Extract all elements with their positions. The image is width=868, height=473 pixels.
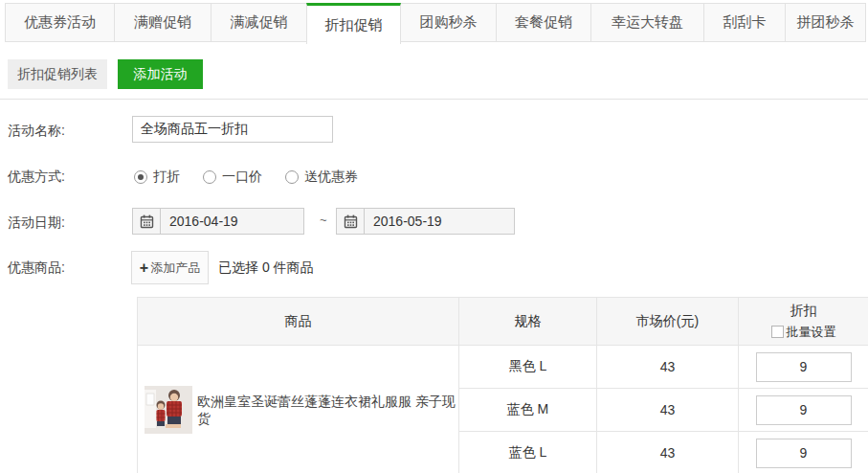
tab-scratch-card[interactable]: 刮刮卡 — [703, 3, 786, 42]
spec-cell: 蓝色 M — [459, 389, 597, 432]
price-cell: 43 — [597, 389, 739, 432]
add-product-button[interactable]: + 添加产品 — [131, 251, 209, 284]
tab-group-seckill[interactable]: 团购秒杀 — [400, 3, 497, 42]
table-header-row: 商品 规格 市场价(元) 折扣 批量设置 — [138, 298, 868, 346]
start-date-field[interactable]: 2016-04-19 — [132, 208, 304, 235]
col-header-discount: 折扣 批量设置 — [739, 298, 868, 346]
date-range-separator: ~ — [320, 213, 327, 227]
radio-unselected-icon — [203, 170, 216, 184]
end-date-field[interactable]: 2016-05-19 — [336, 208, 515, 235]
col-header-price: 市场价(元) — [597, 298, 739, 346]
radio-dazhe[interactable]: 打折 — [134, 169, 180, 186]
calendar-icon — [133, 209, 161, 234]
radio-label: 打折 — [153, 169, 180, 186]
discount-cell — [739, 389, 868, 432]
promo-products-label: 优惠商品: — [8, 259, 65, 277]
table-row: 欧洲皇室圣诞蕾丝蓬蓬连衣裙礼服服 亲子现货 黑色 L 43 — [138, 346, 868, 389]
activity-name-input[interactable] — [132, 116, 333, 143]
discount-list-button[interactable]: 折扣促销列表 — [8, 59, 107, 89]
radio-songyouhuiquan[interactable]: 送优惠券 — [285, 169, 358, 186]
discount-cell — [739, 346, 868, 389]
tab-coupon-activity[interactable]: 优惠券活动 — [5, 3, 115, 42]
section-divider — [0, 99, 868, 100]
batch-checkbox-icon[interactable] — [771, 326, 784, 338]
add-activity-button[interactable]: 添加活动 — [118, 59, 203, 89]
product-cell: 欧洲皇室圣诞蕾丝蓬蓬连衣裙礼服服 亲子现货 — [138, 346, 459, 473]
promotion-admin-page: 优惠券活动 满赠促销 满减促销 折扣促销 团购秒杀 套餐促销 幸运大转盘 刮刮卡… — [0, 0, 868, 473]
radio-unselected-icon — [285, 170, 299, 184]
end-date-value: 2016-05-19 — [365, 214, 442, 229]
col-header-product: 商品 — [138, 298, 459, 346]
product-image — [145, 386, 192, 434]
tab-lucky-wheel[interactable]: 幸运大转盘 — [590, 3, 704, 42]
price-cell: 43 — [597, 432, 739, 473]
radio-label: 一口价 — [222, 169, 262, 186]
tab-discount-promo[interactable]: 折扣促销 — [306, 3, 401, 44]
add-product-label: 添加产品 — [150, 259, 200, 277]
tab-pintuan-seckill[interactable]: 拼团秒杀 — [785, 3, 866, 42]
discount-cell — [739, 432, 868, 473]
product-name: 欧洲皇室圣诞蕾丝蓬蓬连衣裙礼服服 亲子现货 — [192, 393, 458, 427]
tab-reduction-promo[interactable]: 满减促销 — [211, 3, 307, 42]
promotion-tabbar: 优惠券活动 满赠促销 满减促销 折扣促销 团购秒杀 套餐促销 幸运大转盘 刮刮卡… — [5, 3, 866, 44]
col-header-spec: 规格 — [459, 298, 597, 346]
discount-header-label: 折扣 — [790, 303, 817, 320]
radio-yikoujia[interactable]: 一口价 — [203, 169, 262, 186]
discount-method-label: 优惠方式: — [8, 169, 65, 186]
spec-cell: 黑色 L — [459, 346, 597, 389]
calendar-icon — [337, 209, 365, 234]
discount-method-radio-group: 打折 一口价 送优惠券 — [134, 169, 381, 186]
price-cell: 43 — [597, 346, 739, 389]
plus-icon: + — [140, 259, 148, 277]
batch-set-toggle[interactable]: 批量设置 — [771, 324, 836, 341]
activity-date-label: 活动日期: — [8, 214, 65, 232]
batch-set-label: 批量设置 — [787, 324, 836, 341]
selected-count-text: 已选择 0 件商品 — [218, 259, 314, 277]
tab-package-promo[interactable]: 套餐促销 — [496, 3, 591, 42]
tab-gift-promo[interactable]: 满赠促销 — [114, 3, 211, 42]
activity-name-label: 活动名称: — [8, 123, 65, 140]
discount-input[interactable] — [756, 352, 852, 382]
radio-label: 送优惠券 — [304, 169, 358, 186]
start-date-value: 2016-04-19 — [161, 214, 238, 229]
products-table: 商品 规格 市场价(元) 折扣 批量设置 — [137, 297, 868, 473]
discount-input[interactable] — [756, 395, 852, 425]
spec-cell: 蓝色 L — [459, 432, 597, 473]
radio-selected-icon — [134, 170, 147, 184]
discount-input[interactable] — [756, 439, 852, 468]
